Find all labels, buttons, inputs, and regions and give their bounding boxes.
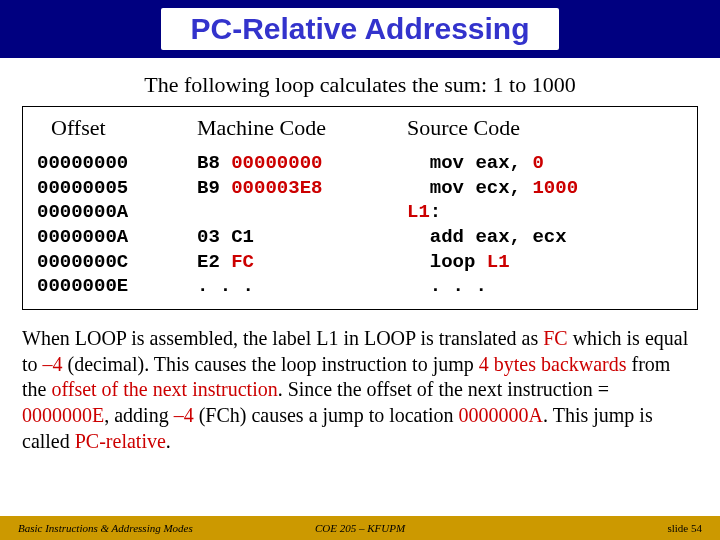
footer-bar: Basic Instructions & Addressing Modes CO… bbox=[0, 516, 720, 540]
column-headers: Offset Machine Code Source Code bbox=[37, 115, 683, 141]
footer-right: slide 54 bbox=[474, 522, 720, 534]
offset-column: 00000000 00000005 0000000A 0000000A 0000… bbox=[37, 151, 197, 299]
header-machine: Machine Code bbox=[197, 115, 407, 141]
code-box: Offset Machine Code Source Code 00000000… bbox=[22, 106, 698, 310]
footer-left: Basic Instructions & Addressing Modes bbox=[0, 522, 246, 534]
header-offset: Offset bbox=[37, 115, 197, 141]
footer-center: COE 205 – KFUPM bbox=[246, 522, 474, 534]
machine-code-column: B8 00000000 B9 000003E8 03 C1 E2 FC . . … bbox=[197, 151, 407, 299]
slide-title: PC-Relative Addressing bbox=[161, 8, 560, 50]
title-bar: PC-Relative Addressing bbox=[0, 0, 720, 58]
source-code-column: mov eax, 0 mov ecx, 1000 L1: add eax, ec… bbox=[407, 151, 683, 299]
subtitle: The following loop calculates the sum: 1… bbox=[0, 72, 720, 98]
code-grid: 00000000 00000005 0000000A 0000000A 0000… bbox=[37, 151, 683, 299]
header-source: Source Code bbox=[407, 115, 683, 141]
explanation-paragraph: When LOOP is assembled, the label L1 in … bbox=[22, 326, 698, 454]
